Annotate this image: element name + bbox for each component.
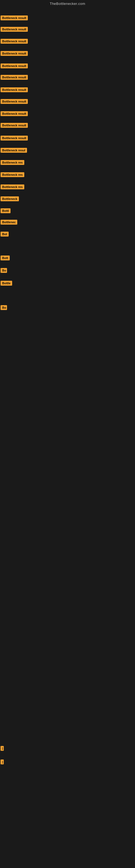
bottleneck-badge: Bott [1, 255, 10, 261]
bottleneck-badge: Bot [1, 231, 9, 238]
bottleneck-badge: Bo [1, 305, 7, 311]
bottleneck-badge: Bottleneck result [1, 16, 28, 22]
bottleneck-badge: Bottleneck result [1, 27, 28, 33]
bottleneck-badge: Bottleneck result [1, 51, 28, 57]
bottleneck-badge: Bo [1, 268, 7, 274]
bottleneck-badge: Bottleneck result [1, 99, 28, 105]
bottleneck-badge: Bottle [1, 281, 12, 287]
bottleneck-badge: Bottl [1, 208, 10, 214]
bottleneck-badge: Bottlenec [1, 220, 17, 226]
bottleneck-badge: Bottleneck result [1, 87, 28, 93]
bottleneck-badge: Bottleneck result [1, 39, 28, 45]
bottleneck-badge: Bottleneck res [1, 184, 24, 190]
bottleneck-badge: Bottleneck result [1, 75, 28, 81]
bottleneck-badge: Bottleneck result [1, 135, 28, 142]
bottleneck-badge: Bottleneck result [1, 63, 28, 69]
bottleneck-badge: | [1, 746, 3, 752]
bottleneck-badge: Bottleneck [1, 196, 19, 203]
bottleneck-badge: Bottleneck result [1, 123, 28, 129]
bottleneck-badge: | [1, 760, 3, 766]
bottleneck-badge: Bottleneck resul [1, 148, 27, 154]
bottleneck-badge: Bottleneck result [1, 111, 28, 117]
site-title: TheBottlenecker.com [0, 0, 135, 7]
bottleneck-badge: Bottleneck res [1, 172, 24, 178]
bottleneck-badge: Bottleneck res [1, 160, 24, 166]
